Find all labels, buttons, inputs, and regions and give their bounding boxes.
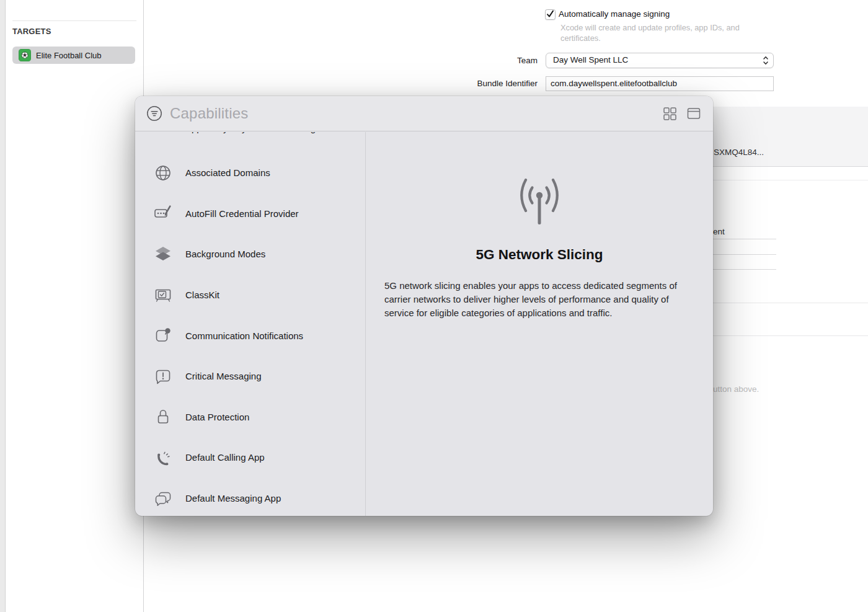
sidebar-divider bbox=[12, 20, 136, 21]
capability-label: Background Modes bbox=[185, 249, 265, 259]
list-item-default-calling-app[interactable]: Default Calling App bbox=[135, 437, 365, 478]
capability-label: Associated Domains bbox=[185, 167, 270, 178]
xcode-window: TARGETS Elite Football Club Automatical bbox=[0, 0, 868, 612]
capability-label: AutoFill Credential Provider bbox=[185, 208, 299, 219]
app-target-icon bbox=[19, 49, 31, 61]
list-item-communication-notifications[interactable]: Communication Notifications bbox=[135, 315, 365, 356]
capabilities-popover: Capabilities bbox=[135, 96, 713, 516]
capabilities-filter-bar: Capabilities bbox=[135, 96, 713, 131]
list-item-background-modes[interactable]: Background Modes bbox=[135, 234, 365, 275]
autofill-icon bbox=[154, 204, 172, 223]
app-badge-icon bbox=[154, 326, 172, 345]
window-view-icon-button[interactable] bbox=[686, 105, 702, 122]
apple-pay-icon bbox=[154, 132, 172, 134]
list-item-default-messaging-app[interactable]: Default Messaging App bbox=[135, 478, 365, 516]
window-edge-strip bbox=[0, 0, 6, 612]
capability-label: Apple Pay Payment Processing bbox=[185, 132, 316, 134]
separator-fragment bbox=[713, 180, 868, 180]
checkmark-icon bbox=[546, 10, 554, 19]
classkit-icon bbox=[154, 286, 172, 304]
certificate-id-fragment: SXMQ4L84... bbox=[714, 148, 764, 157]
layers-icon bbox=[154, 245, 172, 264]
field-underline-fragment bbox=[713, 254, 776, 255]
signing-note-line2: certificates. bbox=[560, 33, 601, 43]
team-popup-button[interactable]: Day Well Spent LLC bbox=[546, 53, 774, 68]
field-text-fragment: ent bbox=[713, 227, 725, 236]
list-item-classkit[interactable]: ClassKit bbox=[135, 275, 365, 316]
field-underline-fragment bbox=[713, 269, 776, 270]
project-navigator-sidebar: TARGETS Elite Football Club bbox=[6, 0, 143, 612]
grid-view-icon-button[interactable] bbox=[662, 105, 678, 122]
capability-label: Critical Messaging bbox=[185, 371, 262, 381]
phone-waves-icon bbox=[154, 448, 172, 467]
signing-note-line1: Xcode will create and update profiles, a… bbox=[560, 23, 740, 32]
chat-bubbles-icon bbox=[154, 489, 172, 508]
capabilities-list: Apple Pay Payment Processing Associated … bbox=[135, 132, 366, 516]
capability-detail-panel: 5G Network Slicing 5G network slicing en… bbox=[366, 132, 713, 516]
signing-certificate-row-fragment bbox=[713, 107, 868, 167]
capabilities-body: Apple Pay Payment Processing Associated … bbox=[135, 132, 713, 516]
team-label: Team bbox=[459, 56, 538, 65]
field-underline-fragment bbox=[713, 239, 776, 239]
capability-label: ClassKit bbox=[185, 290, 219, 300]
targets-section-label: TARGETS bbox=[12, 27, 51, 36]
globe-icon bbox=[154, 164, 172, 182]
section-line-fragment bbox=[713, 303, 868, 303]
list-item-critical-messaging[interactable]: Critical Messaging bbox=[135, 356, 365, 397]
capability-label: Communication Notifications bbox=[185, 330, 303, 341]
bundle-identifier-value: com.daywellspent.elitefootballclub bbox=[551, 79, 677, 88]
list-item-associated-domains[interactable]: Associated Domains bbox=[135, 153, 365, 193]
capabilities-hint-fragment: utton above. bbox=[713, 384, 759, 394]
capability-label: Default Calling App bbox=[185, 452, 265, 463]
auto-manage-signing-label[interactable]: Automatically manage signing bbox=[559, 9, 670, 19]
capability-detail-title: 5G Network Slicing bbox=[384, 247, 694, 263]
target-name: Elite Football Club bbox=[36, 51, 102, 60]
list-item-data-protection[interactable]: Data Protection bbox=[135, 397, 365, 438]
antenna-radiowaves-icon bbox=[513, 179, 566, 224]
capability-label: Data Protection bbox=[185, 412, 249, 422]
bubble-exclamation-icon bbox=[154, 367, 172, 386]
capability-detail-description: 5G network slicing enables your apps to … bbox=[384, 279, 694, 319]
popup-stepper-icon bbox=[763, 56, 769, 65]
list-item-autofill-credential-provider[interactable]: AutoFill Credential Provider bbox=[135, 193, 365, 234]
sidebar-item-target[interactable]: Elite Football Club bbox=[12, 47, 135, 64]
section-line-fragment bbox=[713, 335, 868, 336]
auto-manage-signing-checkbox[interactable] bbox=[545, 9, 556, 20]
team-selected-value: Day Well Spent LLC bbox=[553, 55, 628, 64]
bundle-identifier-field[interactable]: com.daywellspent.elitefootballclub bbox=[546, 76, 774, 91]
capability-label: Default Messaging App bbox=[185, 493, 281, 503]
list-item-clipped[interactable]: Apple Pay Payment Processing bbox=[135, 132, 365, 136]
lock-icon bbox=[154, 407, 172, 426]
capabilities-filter-input[interactable]: Capabilities bbox=[170, 105, 653, 122]
bundle-identifier-label: Bundle Identifier bbox=[409, 79, 538, 88]
filter-icon bbox=[146, 105, 162, 122]
